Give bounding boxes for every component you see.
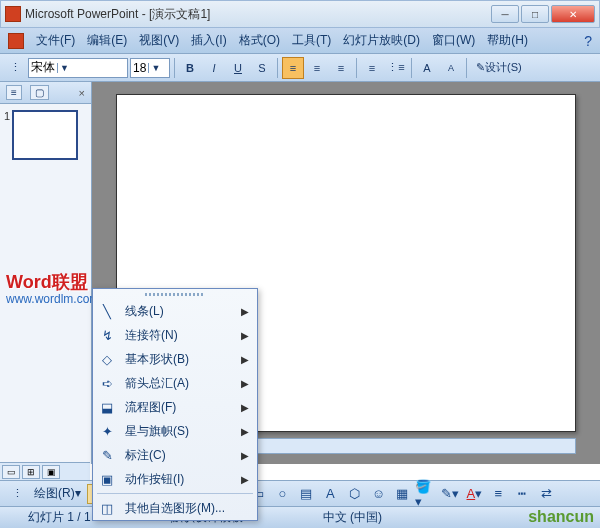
menu-edit[interactable]: 编辑(E) (81, 29, 133, 52)
align-center-button[interactable]: ≡ (306, 57, 328, 79)
toolbar-handle-icon[interactable]: ⋮ (6, 483, 28, 505)
menu-flowchart[interactable]: ⬓ 流程图(F) ▶ (93, 395, 257, 419)
tab-slides[interactable]: ▢ (30, 85, 49, 100)
font-color-button[interactable]: A▾ (463, 484, 485, 504)
watermark-text: Word联盟 (6, 270, 88, 294)
line-color-button[interactable]: ✎▾ (439, 484, 461, 504)
menu-label: 连接符(N) (125, 327, 178, 344)
decrease-font-button[interactable]: A (440, 57, 462, 79)
oval-button[interactable]: ○ (271, 484, 293, 504)
chevron-down-icon[interactable]: ▼ (148, 63, 162, 73)
menu-divider (97, 493, 253, 494)
design-button[interactable]: ✎ 设计(S) (471, 57, 527, 79)
action-icon: ▣ (97, 470, 117, 488)
underline-button[interactable]: U (227, 57, 249, 79)
fontsize-combo[interactable]: 18 ▼ (130, 58, 170, 78)
menu-label: 星与旗帜(S) (125, 423, 189, 440)
chevron-down-icon[interactable]: ▼ (57, 63, 71, 73)
view-strip: ▭ ⊞ ▣ (0, 462, 90, 480)
submenu-arrow-icon: ▶ (241, 474, 249, 485)
menu-label: 标注(C) (125, 447, 166, 464)
menu-label: 基本形状(B) (125, 351, 189, 368)
draw-menu-button[interactable]: 绘图(R)▾ (30, 483, 85, 504)
menu-callouts[interactable]: ✎ 标注(C) ▶ (93, 443, 257, 467)
toolbar-handle-icon[interactable]: ⋮ (4, 57, 26, 79)
normal-view-button[interactable]: ▭ (2, 465, 20, 479)
menu-block-arrows[interactable]: ➪ 箭头总汇(A) ▶ (93, 371, 257, 395)
submenu-arrow-icon: ▶ (241, 378, 249, 389)
minimize-button[interactable]: ─ (491, 5, 519, 23)
stars-icon: ✦ (97, 422, 117, 440)
fill-color-button[interactable]: 🪣▾ (415, 484, 437, 504)
menu-file[interactable]: 文件(F) (30, 29, 81, 52)
arrows-icon: ➪ (97, 374, 117, 392)
clipart-button[interactable]: ☺ (367, 484, 389, 504)
picture-button[interactable]: ▦ (391, 484, 413, 504)
more-shapes-icon: ◫ (97, 499, 117, 517)
menu-basic-shapes[interactable]: ◇ 基本形状(B) ▶ (93, 347, 257, 371)
slide-thumbnail[interactable] (12, 110, 78, 160)
status-language: 中文 (中国) (323, 509, 382, 526)
menu-slideshow[interactable]: 幻灯片放映(D) (337, 29, 426, 52)
bold-button[interactable]: B (179, 57, 201, 79)
submenu-arrow-icon: ▶ (241, 402, 249, 413)
submenu-arrow-icon: ▶ (241, 330, 249, 341)
autoshapes-menu: ╲ 线条(L) ▶ ↯ 连接符(N) ▶ ◇ 基本形状(B) ▶ ➪ 箭头总汇(… (92, 288, 258, 521)
menu-stars[interactable]: ✦ 星与旗帜(S) ▶ (93, 419, 257, 443)
menu-grip-icon[interactable] (93, 289, 257, 299)
menu-action-buttons[interactable]: ▣ 动作按钮(I) ▶ (93, 467, 257, 491)
tab-outline[interactable]: ≡ (6, 85, 22, 100)
workspace: ≡ ▢ × 1 (0, 82, 600, 464)
menu-window[interactable]: 窗口(W) (426, 29, 481, 52)
maximize-button[interactable]: □ (521, 5, 549, 23)
titlebar: Microsoft PowerPoint - [演示文稿1] ─ □ ✕ (0, 0, 600, 28)
textbox-button[interactable]: ▤ (295, 484, 317, 504)
shancun-watermark: shancun (528, 508, 594, 526)
bullets-button[interactable]: ⋮≡ (385, 57, 407, 79)
close-button[interactable]: ✕ (551, 5, 595, 23)
increase-font-button[interactable]: A (416, 57, 438, 79)
numbering-button[interactable]: ≡ (361, 57, 383, 79)
flowchart-icon: ⬓ (97, 398, 117, 416)
close-panel-icon[interactable]: × (79, 87, 85, 99)
app-icon (5, 6, 21, 22)
menu-view[interactable]: 视图(V) (133, 29, 185, 52)
fontsize-value: 18 (133, 61, 146, 75)
menu-insert[interactable]: 插入(I) (185, 29, 232, 52)
menu-label: 流程图(F) (125, 399, 176, 416)
doc-icon[interactable] (8, 33, 24, 49)
menu-lines[interactable]: ╲ 线条(L) ▶ (93, 299, 257, 323)
line-style-button[interactable]: ≡ (487, 484, 509, 504)
status-slide: 幻灯片 1 / 1 (28, 509, 91, 526)
arrow-style-button[interactable]: ⇄ (535, 484, 557, 504)
help-icon[interactable]: ? (578, 31, 598, 51)
shapes-icon: ◇ (97, 350, 117, 368)
submenu-arrow-icon: ▶ (241, 354, 249, 365)
menu-label: 箭头总汇(A) (125, 375, 189, 392)
menu-help[interactable]: 帮助(H) (481, 29, 534, 52)
align-right-button[interactable]: ≡ (330, 57, 352, 79)
align-left-button[interactable]: ≡ (282, 57, 304, 79)
italic-button[interactable]: I (203, 57, 225, 79)
callouts-icon: ✎ (97, 446, 117, 464)
shadow-button[interactable]: S (251, 57, 273, 79)
drawing-toolbar: ⋮ 绘图(R)▾ ↖ 自选图形(U)▾ ＼ ↘ ▭ ○ ▤ A ⬡ ☺ ▦ 🪣▾… (0, 480, 600, 506)
menu-tools[interactable]: 工具(T) (286, 29, 337, 52)
sorter-view-button[interactable]: ⊞ (22, 465, 40, 479)
slide-number: 1 (4, 110, 10, 122)
menu-more-autoshapes[interactable]: ◫ 其他自选图形(M)... (93, 496, 257, 520)
menu-label: 其他自选图形(M)... (125, 500, 225, 517)
submenu-arrow-icon: ▶ (241, 450, 249, 461)
window-title: Microsoft PowerPoint - [演示文稿1] (25, 6, 491, 23)
menu-format[interactable]: 格式(O) (233, 29, 286, 52)
wordart-button[interactable]: A (319, 484, 341, 504)
diagram-button[interactable]: ⬡ (343, 484, 365, 504)
format-toolbar: ⋮ 宋体 ▼ 18 ▼ B I U S ≡ ≡ ≡ ≡ ⋮≡ A A ✎ 设计(… (0, 54, 600, 82)
connectors-icon: ↯ (97, 326, 117, 344)
slideshow-view-button[interactable]: ▣ (42, 465, 60, 479)
font-value: 宋体 (31, 59, 55, 76)
font-combo[interactable]: 宋体 ▼ (28, 58, 128, 78)
dash-style-button[interactable]: ┅ (511, 484, 533, 504)
menu-label: 线条(L) (125, 303, 164, 320)
menu-connectors[interactable]: ↯ 连接符(N) ▶ (93, 323, 257, 347)
